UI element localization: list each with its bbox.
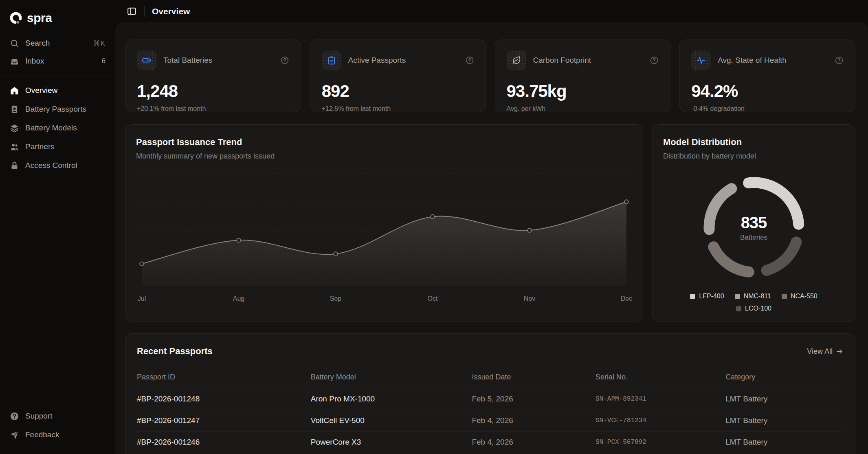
battery-model-cell: Aron Pro MX-1000 (311, 388, 472, 410)
passports-table: Passport ID Battery Model Issued Date Se… (137, 366, 844, 453)
column-header[interactable]: Serial No. (596, 366, 725, 388)
recent-passports-card: Recent Passports View All Passport ID (125, 333, 855, 454)
sidebar-item-battery-models[interactable]: Battery Models (0, 119, 115, 137)
sidebar-item-access-control[interactable]: Access Control (0, 156, 115, 175)
battery-model-cell: PowerCore X3 (311, 432, 472, 453)
stat-card-state-of-health: Avg. State of Health 94.2% -0.4% degrada… (679, 40, 855, 112)
table-title: Recent Passports (137, 346, 213, 357)
inbox-label: Inbox (25, 57, 96, 66)
table-row[interactable]: #BP-2026-001246 PowerCore X3 Feb 4, 2026… (137, 432, 844, 453)
stat-value: 892 (322, 82, 474, 101)
issued-date-cell: Feb 4, 2026 (472, 410, 596, 432)
trend-chart-card: Passport Issuance Trend Monthly summary … (125, 124, 643, 322)
column-header[interactable]: Passport ID (137, 366, 311, 388)
send-icon (10, 430, 19, 440)
help-icon[interactable] (650, 56, 659, 65)
legend-label: LCO-100 (745, 305, 771, 312)
passport-id-cell: #BP-2026-001247 (137, 410, 311, 432)
view-all-link[interactable]: View All (807, 347, 844, 356)
sidebar-item-inbox[interactable]: Inbox 6 (0, 52, 115, 70)
passport-id-cell: #BP-2026-001246 (137, 432, 311, 453)
legend-swatch (690, 294, 695, 299)
inbox-badge: 6 (102, 57, 105, 65)
stat-value: 1,248 (137, 82, 289, 101)
svg-text:Dec: Dec (621, 295, 632, 302)
topbar: Overview (115, 0, 868, 22)
page-title: Overview (152, 7, 190, 16)
help-icon[interactable] (465, 56, 474, 65)
activity-icon (691, 51, 711, 70)
lock-icon (10, 161, 19, 170)
serial-cell: SN-PCX-567892 (596, 432, 725, 453)
svg-text:Aug: Aug (233, 295, 244, 302)
brand-logo[interactable]: spra (0, 9, 115, 27)
nav-label: Overview (25, 86, 57, 95)
topbar-divider (144, 6, 145, 17)
stat-label: Total Batteries (163, 56, 273, 65)
column-header[interactable]: Category (725, 366, 844, 388)
table-row[interactable]: #BP-2026-001248 Aron Pro MX-1000 Feb 5, … (137, 388, 844, 410)
stat-label: Avg. State of Health (718, 56, 828, 65)
brand-name: spra (27, 11, 52, 25)
legend-item[interactable]: LCO-100 (736, 305, 771, 312)
help-icon[interactable] (280, 56, 289, 65)
stat-value: 94.2% (691, 82, 844, 101)
svg-text:Oct: Oct (428, 295, 438, 302)
legend-item[interactable]: LFP-400 (690, 293, 724, 300)
panel-left-icon (127, 6, 137, 16)
column-header[interactable]: Battery Model (311, 366, 472, 388)
issued-date-cell: Feb 4, 2026 (472, 432, 596, 453)
sidebar-item-battery-passports[interactable]: Battery Passports (0, 100, 115, 119)
sidebar-item-partners[interactable]: Partners (0, 137, 115, 156)
nav-label: Access Control (25, 161, 77, 170)
search-label: Search (25, 39, 87, 48)
column-header[interactable]: Issued Date (472, 366, 596, 388)
sidebar-item-support[interactable]: Support (0, 407, 115, 425)
stat-value: 93.75kg (507, 82, 659, 101)
passport-icon (10, 105, 19, 114)
legend-item[interactable]: NMC-811 (735, 293, 771, 300)
brand-logo-icon (9, 11, 24, 25)
stat-sub: -0.4% degradation (691, 105, 844, 112)
sidebar-toggle-button[interactable] (127, 6, 137, 16)
layers-icon (10, 123, 19, 133)
area-chart: JulAugSepOctNovDec (136, 167, 632, 306)
svg-text:Nov: Nov (524, 295, 535, 302)
category-cell: LMT Battery (725, 410, 844, 432)
legend-swatch (782, 294, 787, 299)
leaf-icon (507, 51, 526, 70)
footer-label: Support (25, 412, 53, 421)
inbox-icon (10, 57, 19, 66)
home-icon (10, 86, 19, 95)
stat-card-total-batteries: Total Batteries 1,248 +20.1% from last m… (125, 40, 301, 112)
legend-swatch (736, 306, 741, 311)
stat-label: Carbon Footprint (533, 56, 643, 65)
donut-chart-card: Model Distribution Distribution by batte… (652, 124, 855, 322)
donut-legend: LFP-400 NMC-811 NCA-550 LCO-100 (677, 293, 831, 312)
app-root: spra Search ⌘K Inbox 6 Overview (0, 0, 868, 454)
table-row[interactable]: #BP-2026-001247 VoltCell EV-500 Feb 4, 2… (137, 410, 844, 432)
stats-row: Total Batteries 1,248 +20.1% from last m… (125, 40, 855, 112)
passport-id-cell: #BP-2026-001248 (137, 388, 311, 410)
help-circle-icon (10, 412, 19, 421)
legend-label: NCA-550 (791, 293, 817, 300)
svg-text:Sep: Sep (330, 295, 342, 302)
help-icon[interactable] (835, 56, 844, 65)
svg-text:Jul: Jul (138, 295, 146, 302)
charts-row: Passport Issuance Trend Monthly summary … (125, 124, 855, 322)
donut-subtitle: Distribution by battery model (663, 152, 844, 161)
category-cell: LMT Battery (725, 388, 844, 410)
stat-sub: +12.5% from last month (322, 105, 474, 112)
stat-sub: Avg. per kWh (507, 105, 659, 112)
stat-label: Active Passports (348, 56, 458, 65)
donut-title: Model Distribution (663, 137, 844, 148)
stat-card-active-passports: Active Passports 892 +12.5% from last mo… (310, 40, 486, 112)
legend-item[interactable]: NCA-550 (782, 293, 817, 300)
table-header-row: Passport ID Battery Model Issued Date Se… (137, 366, 844, 388)
sidebar-item-overview[interactable]: Overview (0, 81, 115, 100)
search-button[interactable]: Search ⌘K (0, 34, 115, 52)
stat-sub: +20.1% from last month (137, 105, 289, 112)
sidebar-item-feedback[interactable]: Feedback (0, 425, 115, 444)
donut-chart (693, 166, 815, 289)
legend-swatch (735, 294, 740, 299)
